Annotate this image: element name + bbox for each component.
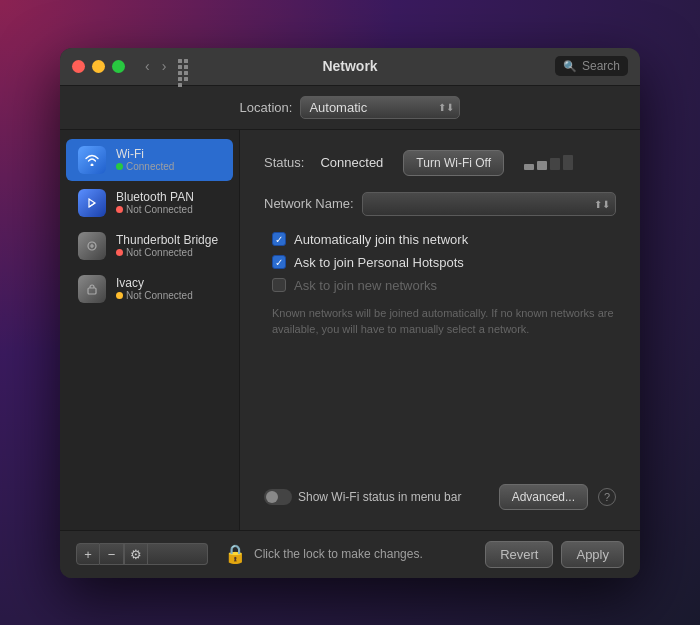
sidebar-bluetooth-name: Bluetooth PAN (116, 190, 194, 204)
add-network-button[interactable]: + (76, 543, 100, 565)
wifi-menu-bar-row: Show Wi-Fi status in menu bar Advanced..… (264, 476, 616, 510)
personal-hotspot-checkmark: ✓ (275, 257, 283, 268)
personal-hotspot-row: ✓ Ask to join Personal Hotspots (272, 255, 616, 270)
gear-button[interactable]: ⚙ (124, 543, 148, 565)
network-name-select[interactable] (362, 192, 616, 216)
traffic-lights (72, 60, 125, 73)
network-name-mini-field (148, 543, 208, 565)
apply-button[interactable]: Apply (561, 541, 624, 568)
search-label: Search (582, 59, 620, 73)
bottom-bar: + − ⚙ 🔒 Click the lock to make changes. … (60, 530, 640, 578)
wifi-status-dot (116, 163, 123, 170)
vpn-icon (78, 275, 106, 303)
nav-buttons: ‹ › (141, 56, 170, 76)
auto-join-row: ✓ Automatically join this network (272, 232, 616, 247)
signal-bar-2 (537, 161, 547, 170)
show-wifi-label: Show Wi-Fi status in menu bar (298, 490, 461, 504)
lock-area: 🔒 Click the lock to make changes. (224, 543, 423, 565)
window-title: Network (322, 58, 377, 74)
svg-rect-1 (88, 288, 96, 294)
status-label: Status: (264, 155, 304, 170)
ask-new-networks-row: Ask to join new networks (272, 278, 616, 293)
signal-bar-4 (563, 155, 573, 170)
sidebar-bluetooth-status: Not Connected (116, 204, 194, 215)
auto-join-label: Automatically join this network (294, 232, 468, 247)
sidebar-wifi-status: Connected (116, 161, 174, 172)
close-button[interactable] (72, 60, 85, 73)
sidebar-ivacy-info: Ivacy Not Connected (116, 276, 193, 301)
thunderbolt-status-text: Not Connected (126, 247, 193, 258)
sidebar-ivacy-name: Ivacy (116, 276, 193, 290)
advanced-button[interactable]: Advanced... (499, 484, 588, 510)
bluetooth-icon (78, 189, 106, 217)
personal-hotspot-checkbox[interactable]: ✓ (272, 255, 286, 269)
turn-wifi-off-button[interactable]: Turn Wi-Fi Off (403, 150, 504, 176)
search-box[interactable]: 🔍 Search (555, 56, 628, 76)
remove-network-button[interactable]: − (100, 543, 124, 565)
location-label: Location: (240, 100, 293, 115)
status-row: Status: Connected Turn Wi-Fi Off (264, 150, 616, 176)
action-buttons: Revert Apply (485, 541, 624, 568)
location-bar: Location: Automatic Custom Location ⬆⬇ (60, 86, 640, 130)
sidebar-thunderbolt-info: Thunderbolt Bridge Not Connected (116, 233, 218, 258)
auto-join-checkmark: ✓ (275, 234, 283, 245)
wifi-icon (78, 146, 106, 174)
sidebar: Wi-Fi Connected Bluetooth PAN (60, 130, 240, 530)
bluetooth-status-text: Not Connected (126, 204, 193, 215)
signal-bars (524, 155, 573, 170)
sidebar-ivacy-status: Not Connected (116, 290, 193, 301)
sidebar-controls: + − ⚙ (76, 543, 208, 565)
help-button[interactable]: ? (598, 488, 616, 506)
status-value: Connected (320, 155, 383, 170)
grid-icon[interactable] (178, 59, 192, 73)
ask-new-networks-label: Ask to join new networks (294, 278, 437, 293)
sidebar-item-bluetooth[interactable]: Bluetooth PAN Not Connected (66, 182, 233, 224)
ivacy-status-dot (116, 292, 123, 299)
signal-bar-1 (524, 164, 534, 170)
show-wifi-toggle[interactable] (264, 489, 292, 505)
revert-button[interactable]: Revert (485, 541, 553, 568)
minimize-button[interactable] (92, 60, 105, 73)
show-wifi-toggle-wrapper: Show Wi-Fi status in menu bar (264, 489, 461, 505)
forward-button[interactable]: › (158, 56, 171, 76)
bluetooth-status-dot (116, 206, 123, 213)
checkboxes-group: ✓ Automatically join this network ✓ Ask … (272, 232, 616, 293)
toggle-knob (266, 491, 278, 503)
wifi-status-text: Connected (126, 161, 174, 172)
sidebar-bluetooth-info: Bluetooth PAN Not Connected (116, 190, 194, 215)
ask-new-networks-checkbox[interactable] (272, 278, 286, 292)
back-button[interactable]: ‹ (141, 56, 154, 76)
sidebar-wifi-info: Wi-Fi Connected (116, 147, 174, 172)
sidebar-wifi-name: Wi-Fi (116, 147, 174, 161)
location-select-wrapper: Automatic Custom Location ⬆⬇ (300, 96, 460, 119)
fullscreen-button[interactable] (112, 60, 125, 73)
search-icon: 🔍 (563, 60, 577, 73)
sidebar-item-thunderbolt[interactable]: Thunderbolt Bridge Not Connected (66, 225, 233, 267)
sidebar-thunderbolt-name: Thunderbolt Bridge (116, 233, 218, 247)
sidebar-item-wifi[interactable]: Wi-Fi Connected (66, 139, 233, 181)
thunderbolt-status-dot (116, 249, 123, 256)
titlebar: ‹ › Network 🔍 Search (60, 48, 640, 86)
sidebar-thunderbolt-status: Not Connected (116, 247, 218, 258)
ivacy-status-text: Not Connected (126, 290, 193, 301)
lock-text: Click the lock to make changes. (254, 547, 423, 561)
lock-icon[interactable]: 🔒 (224, 543, 246, 565)
personal-hotspot-label: Ask to join Personal Hotspots (294, 255, 464, 270)
network-name-row: Network Name: ⬆⬇ (264, 192, 616, 216)
network-preferences-window: ‹ › Network 🔍 Search Location: Automatic… (60, 48, 640, 578)
signal-bar-3 (550, 158, 560, 170)
network-select-wrapper: ⬆⬇ (362, 192, 616, 216)
location-select[interactable]: Automatic Custom Location (300, 96, 460, 119)
auto-join-checkbox[interactable]: ✓ (272, 232, 286, 246)
main-content: Wi-Fi Connected Bluetooth PAN (60, 130, 640, 530)
network-name-label: Network Name: (264, 196, 354, 211)
sidebar-item-ivacy[interactable]: Ivacy Not Connected (66, 268, 233, 310)
info-text: Known networks will be joined automatica… (272, 305, 616, 338)
thunderbolt-icon (78, 232, 106, 260)
detail-panel: Status: Connected Turn Wi-Fi Off Network… (240, 130, 640, 530)
